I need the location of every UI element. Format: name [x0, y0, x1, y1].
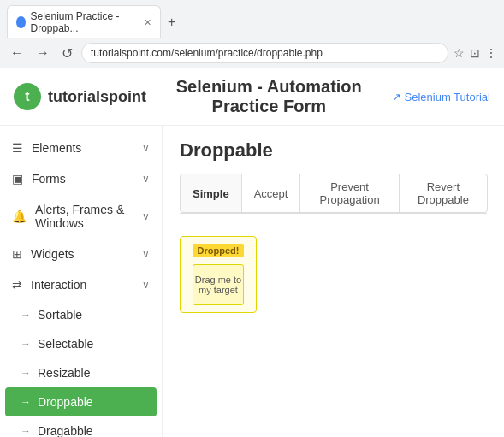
demo-area: Dropped! Drag me to my target [180, 227, 487, 322]
sidebar-item-dragabble[interactable]: → Dragabble [0, 416, 162, 437]
star-icon[interactable]: ☆ [454, 46, 465, 60]
address-icons: ☆ ⊡ ⋮ [454, 46, 497, 60]
back-button[interactable]: ← [7, 44, 27, 62]
logo-icon: t [14, 83, 41, 110]
drop-zone[interactable]: Dropped! Drag me to my target [180, 236, 257, 313]
droppable-arrow-icon: → [21, 396, 31, 408]
selectable-label: Selectable [38, 337, 93, 351]
browser-tab[interactable]: Selenium Practice - Droppab... ✕ [7, 5, 161, 38]
tab-revert-droppable[interactable]: Revert Droppable [399, 174, 488, 213]
sidebar-item-widgets[interactable]: ⊞ Widgets ∨ [0, 239, 162, 269]
sidebar-item-alerts-label: Alerts, Frames & Windows [35, 203, 142, 230]
sidebar-item-droppable[interactable]: → Droppable [5, 387, 157, 416]
sidebar-section-alerts: 🔔 Alerts, Frames & Windows ∨ [0, 194, 162, 239]
forms-icon: ▣ [12, 172, 23, 186]
elements-chevron-icon: ∨ [142, 142, 150, 154]
widgets-icon: ⊞ [12, 247, 22, 261]
menu-icon[interactable]: ⋮ [485, 46, 497, 60]
sidebar-item-interaction-label: Interaction [31, 278, 86, 292]
tab-close-icon[interactable]: ✕ [144, 17, 151, 28]
tab-bar: Selenium Practice - Droppab... ✕ + [0, 0, 504, 38]
droppable-title: Droppable [180, 139, 487, 162]
page-title: Selenium - Automation Practice Form [146, 77, 392, 116]
dragabble-arrow-icon: → [21, 425, 31, 437]
url-box[interactable]: tutorialspoint.com/selenium/practice/dro… [81, 43, 448, 63]
tabs-bar: Simple Accept Prevent Propagation Revert… [180, 174, 487, 214]
sidebar-section-forms: ▣ Forms ∨ [0, 163, 162, 194]
sidebar-section-interaction: ⇄ Interaction ∨ → Sortable → Selectable … [0, 269, 162, 437]
interaction-chevron-icon: ∨ [142, 279, 150, 291]
logo-char: t [25, 89, 29, 104]
sidebar-item-sortable[interactable]: → Sortable [0, 300, 162, 329]
logo: t tutorialspoint [14, 83, 146, 110]
resizable-arrow-icon: → [21, 367, 31, 379]
sidebar-item-widgets-label: Widgets [31, 247, 74, 261]
sidebar-section-widgets: ⊞ Widgets ∨ [0, 239, 162, 269]
tab-accept[interactable]: Accept [241, 174, 301, 213]
link-icon: ↗ [392, 91, 401, 103]
forward-button[interactable]: → [33, 44, 53, 62]
sidebar: ☰ Elements ∨ ▣ Forms ∨ 🔔 Alerts, Frames … [0, 126, 163, 437]
resizable-label: Resizable [38, 366, 90, 380]
sidebar-section-elements: ☰ Elements ∨ [0, 133, 162, 163]
drag-target[interactable]: Drag me to my target [193, 264, 244, 305]
forms-chevron-icon: ∨ [142, 173, 150, 185]
cast-icon[interactable]: ⊡ [470, 46, 480, 60]
url-text: tutorialspoint.com/selenium/practice/dro… [91, 47, 439, 59]
new-tab-button[interactable]: + [164, 15, 179, 30]
widgets-chevron-icon: ∨ [142, 248, 150, 260]
page-content: Droppable Simple Accept Prevent Propagat… [163, 126, 504, 437]
dragabble-label: Dragabble [38, 424, 93, 437]
alerts-icon: 🔔 [12, 210, 27, 223]
selectable-arrow-icon: → [21, 338, 31, 350]
interaction-sub-menu: → Sortable → Selectable → Resizable → Dr… [0, 300, 162, 437]
tutorial-link-text: Selenium Tutorial [405, 91, 490, 103]
sidebar-item-resizable[interactable]: → Resizable [0, 358, 162, 387]
interaction-icon: ⇄ [12, 278, 22, 292]
address-bar: ← → ↺ tutorialspoint.com/selenium/practi… [0, 38, 504, 68]
sidebar-item-forms-label: Forms [32, 172, 66, 186]
elements-icon: ☰ [12, 141, 23, 155]
sidebar-item-elements-label: Elements [32, 141, 81, 155]
sidebar-item-elements[interactable]: ☰ Elements ∨ [0, 133, 162, 163]
app-header: t tutorialspoint Selenium - Automation P… [0, 68, 504, 126]
tab-simple[interactable]: Simple [180, 174, 242, 213]
browser-chrome: Selenium Practice - Droppab... ✕ + ← → ↺… [0, 0, 504, 68]
sidebar-item-selectable[interactable]: → Selectable [0, 329, 162, 358]
main-content: ☰ Elements ∨ ▣ Forms ∨ 🔔 Alerts, Frames … [0, 126, 504, 437]
tab-prevent-propagation[interactable]: Prevent Propagation [299, 174, 399, 213]
tab-favicon [16, 16, 26, 28]
alerts-chevron-icon: ∨ [142, 210, 150, 222]
logo-text: tutorialspoint [48, 88, 146, 106]
sidebar-item-alerts[interactable]: 🔔 Alerts, Frames & Windows ∨ [0, 194, 162, 239]
sidebar-item-forms[interactable]: ▣ Forms ∨ [0, 163, 162, 194]
sidebar-item-interaction[interactable]: ⇄ Interaction ∨ [0, 269, 162, 300]
tab-label: Selenium Practice - Droppab... [31, 10, 136, 34]
tutorial-link[interactable]: ↗ Selenium Tutorial [392, 91, 490, 103]
sortable-arrow-icon: → [21, 309, 31, 321]
dropped-badge: Dropped! [193, 244, 245, 257]
sortable-label: Sortable [38, 308, 82, 322]
droppable-label: Droppable [38, 395, 93, 409]
refresh-button[interactable]: ↺ [58, 44, 76, 63]
